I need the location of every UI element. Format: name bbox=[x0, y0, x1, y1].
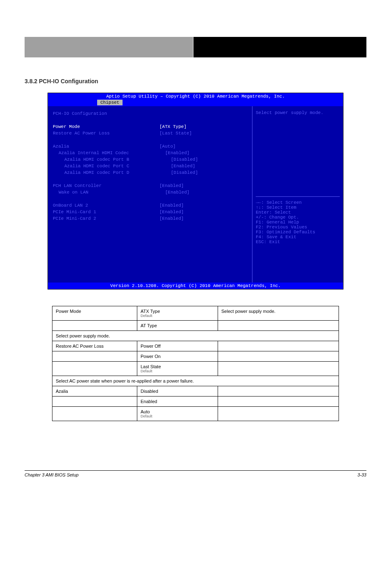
help-key: ↑↓: Select Item bbox=[256, 205, 340, 210]
help-key: F1: General Help bbox=[256, 220, 340, 225]
setting-label: OnBoard LAN 2 bbox=[53, 202, 159, 209]
header-left bbox=[25, 37, 193, 57]
table-cell bbox=[52, 351, 137, 362]
setting-label: Azalia HDMI codec Port C bbox=[53, 163, 171, 169]
table-cell bbox=[218, 351, 339, 362]
help-key: Enter: Select bbox=[256, 210, 340, 215]
bios-setting[interactable]: Azalia HDMI codec Port D[Disabled] bbox=[53, 169, 247, 176]
table-cell: ATX TypeDefault bbox=[137, 306, 218, 321]
table-cell bbox=[218, 341, 339, 351]
page-footer: Chapter 3 AMI BIOS Setup 3-33 bbox=[0, 471, 391, 490]
bios-setting[interactable]: Azalia HDMI codec Port B[Disabled] bbox=[53, 156, 247, 163]
setting-value: [Enabled] bbox=[159, 215, 184, 222]
table-row: AutoDefault bbox=[52, 407, 339, 421]
table-cell: Last StateDefault bbox=[137, 362, 218, 376]
footer-left: Chapter 3 AMI BIOS Setup bbox=[25, 472, 79, 477]
setting-label: Restore AC Power Loss bbox=[53, 130, 159, 137]
table-cell bbox=[218, 407, 339, 421]
header-right bbox=[193, 37, 367, 57]
table-cell: Power Mode bbox=[52, 306, 137, 321]
setting-value: [Enabled] bbox=[165, 150, 189, 156]
help-key: F2: Previous Values bbox=[256, 225, 340, 230]
table-cell: Power Off bbox=[137, 341, 218, 351]
setting-label: PCIe Mini-Card 1 bbox=[53, 209, 159, 215]
bios-setting[interactable]: Azalia[Auto] bbox=[53, 143, 247, 150]
table-row: Select power supply mode. bbox=[52, 331, 339, 341]
table-row: Restore AC Power LossPower Off bbox=[52, 341, 339, 351]
help-description: Select power supply mode. bbox=[256, 110, 340, 115]
table-cell: Azalia bbox=[52, 386, 137, 397]
setting-value: [ATX Type] bbox=[159, 123, 186, 130]
setting-label: PCIe Mini-Card 2 bbox=[53, 215, 159, 222]
bios-main-panel: PCH-IO Configuration Power Mode[ATX Type… bbox=[48, 106, 252, 283]
bios-setting[interactable]: Azalia Internal HDMI Codec[Enabled] bbox=[53, 150, 247, 156]
bios-screenshot: Aptio Setup Utility – Copyright (C) 2010… bbox=[48, 93, 343, 289]
bios-setting[interactable]: PCIe Mini-Card 1[Enabled] bbox=[53, 209, 247, 215]
setting-value: [Enabled] bbox=[165, 189, 189, 196]
table-cell bbox=[218, 362, 339, 376]
section-title: 3.8.2 PCH-IO Configuration bbox=[25, 78, 366, 84]
table-cell: Disabled bbox=[137, 386, 218, 397]
setting-value: [Auto] bbox=[159, 143, 176, 150]
setting-label: Wake on LAN bbox=[53, 189, 165, 196]
table-cell: Select power supply mode. bbox=[218, 306, 339, 321]
setting-label: PCH LAN Controller bbox=[53, 182, 159, 189]
setting-value: [Disabled] bbox=[171, 156, 198, 163]
bios-setting[interactable]: OnBoard LAN 2[Enabled] bbox=[53, 202, 247, 209]
table-cell: Select power supply mode. bbox=[52, 331, 339, 341]
table-row: AzaliaDisabled bbox=[52, 386, 339, 397]
help-key: →←: Select Screen bbox=[256, 200, 340, 205]
bios-setting[interactable]: PCH LAN Controller[Enabled] bbox=[53, 182, 247, 189]
setting-label: Azalia bbox=[53, 143, 159, 150]
help-key: F3: Optimized Defaults bbox=[256, 230, 340, 235]
bios-setting[interactable]: Restore AC Power Loss[Last State] bbox=[53, 130, 247, 137]
bios-tab-bar: Chipset bbox=[48, 100, 343, 106]
table-cell: Enabled bbox=[137, 397, 218, 407]
table-row: Power On bbox=[52, 351, 339, 362]
bios-help-panel: Select power supply mode. →←: Select Scr… bbox=[252, 106, 343, 283]
table-cell: AT Type bbox=[137, 321, 218, 331]
footer-right: 3-33 bbox=[357, 472, 366, 477]
table-cell: Select AC power state when power is re-a… bbox=[52, 376, 339, 386]
table-row: Power ModeATX TypeDefaultSelect power su… bbox=[52, 306, 339, 321]
bios-setting[interactable]: Wake on LAN[Enabled] bbox=[53, 189, 247, 196]
options-table: Power ModeATX TypeDefaultSelect power su… bbox=[52, 306, 339, 421]
setting-value: [Enabled] bbox=[159, 182, 184, 189]
setting-value: [Last State] bbox=[159, 130, 192, 137]
tab-chipset[interactable]: Chipset bbox=[97, 100, 123, 105]
table-cell bbox=[218, 397, 339, 407]
setting-label: Azalia HDMI codec Port B bbox=[53, 156, 171, 163]
bios-title-bar: Aptio Setup Utility – Copyright (C) 2010… bbox=[48, 93, 343, 100]
bios-setting[interactable]: Power Mode[ATX Type] bbox=[53, 123, 247, 130]
setting-label: Azalia Internal HDMI Codec bbox=[53, 150, 165, 156]
panel-heading: PCH-IO Configuration bbox=[53, 110, 159, 117]
table-cell: Restore AC Power Loss bbox=[52, 341, 137, 351]
table-cell bbox=[52, 321, 137, 331]
help-key: F4: Save & Exit bbox=[256, 235, 340, 239]
bios-setting[interactable]: Azalia HDMI codec Port C[Enabled] bbox=[53, 163, 247, 169]
help-key: ESC: Exit bbox=[256, 239, 340, 244]
bios-setting[interactable]: PCIe Mini-Card 2[Enabled] bbox=[53, 215, 247, 222]
setting-value: [Disabled] bbox=[171, 169, 198, 176]
table-row: Enabled bbox=[52, 397, 339, 407]
setting-value: [Enabled] bbox=[159, 202, 184, 209]
page-header bbox=[25, 37, 366, 57]
table-cell bbox=[52, 397, 137, 407]
setting-value: [Enabled] bbox=[171, 163, 195, 169]
help-key: +/-: Change Opt. bbox=[256, 215, 340, 220]
setting-label: Azalia HDMI codec Port D bbox=[53, 169, 171, 176]
table-row: AT Type bbox=[52, 321, 339, 331]
table-cell bbox=[218, 321, 339, 331]
bios-footer: Version 2.10.1208. Copyright (C) 2010 Am… bbox=[48, 283, 343, 289]
table-row: Last StateDefault bbox=[52, 362, 339, 376]
table-cell bbox=[52, 407, 137, 421]
table-cell: AutoDefault bbox=[137, 407, 218, 421]
table-cell bbox=[52, 362, 137, 376]
table-cell bbox=[218, 386, 339, 397]
table-cell: Power On bbox=[137, 351, 218, 362]
setting-value: [Enabled] bbox=[159, 209, 184, 215]
setting-label: Power Mode bbox=[53, 123, 159, 130]
table-row: Select AC power state when power is re-a… bbox=[52, 376, 339, 386]
